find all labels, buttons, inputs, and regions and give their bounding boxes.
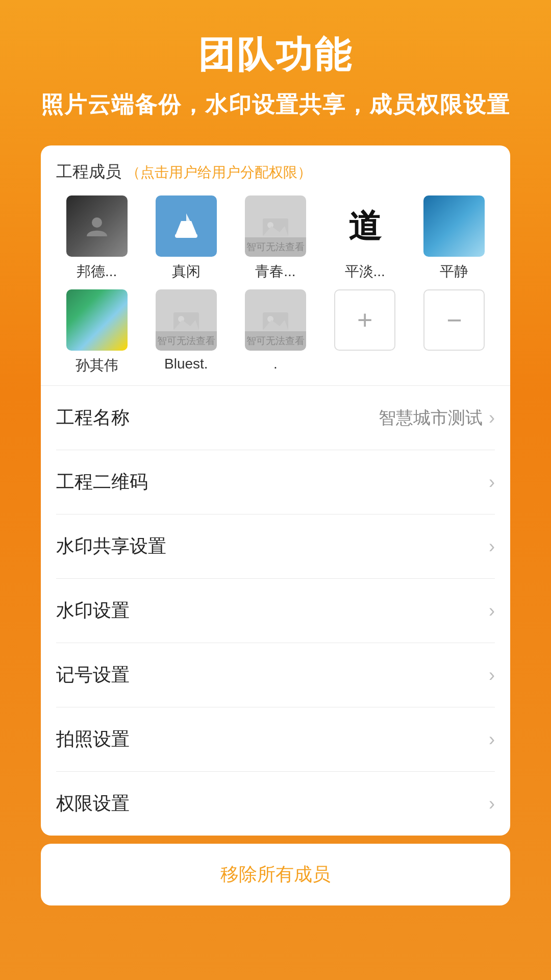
member-avatar: 智可无法查看 (156, 289, 217, 351)
member-name: 青春... (255, 262, 295, 281)
remove-member-button[interactable]: − (414, 289, 495, 375)
menu-item-label: 水印共享设置 (56, 534, 166, 559)
member-item[interactable]: 邦德... (56, 195, 137, 281)
member-item[interactable]: 真闲 (145, 195, 227, 281)
member-avatar: 智可无法查看 (245, 195, 306, 257)
member-item[interactable]: 平静 (414, 195, 495, 281)
svg-rect-3 (175, 234, 197, 238)
member-name: 孙其伟 (76, 356, 118, 375)
member-avatar (66, 289, 128, 351)
minus-icon: − (446, 305, 462, 335)
menu-item-right: › (489, 536, 495, 557)
menu-item-mark-settings[interactable]: 记号设置 › (56, 643, 495, 707)
add-member-icon: + (334, 289, 395, 351)
menu-item-label: 记号设置 (56, 663, 130, 688)
menu-item-right: › (489, 793, 495, 815)
member-item[interactable]: 智可无法查看 . (235, 289, 316, 375)
remove-all-members-button[interactable]: 移除所有成员 (41, 844, 510, 905)
menu-item-right: 智慧城市测试 › (379, 406, 495, 430)
menu-item-right: › (489, 729, 495, 750)
menu-item-project-qrcode[interactable]: 工程二维码 › (56, 450, 495, 514)
menu-item-label: 工程二维码 (56, 470, 148, 495)
member-name: 平淡... (345, 262, 385, 281)
menu-item-label: 工程名称 (56, 405, 130, 430)
remove-member-icon: − (423, 289, 485, 351)
avatar-image (66, 195, 128, 257)
members-section: 工程成员 （点击用户给用户分配权限） 邦德... (41, 145, 510, 386)
menu-item-right: › (489, 472, 495, 493)
no-view-text: 智可无法查看 (246, 335, 305, 346)
menu-item-right: › (489, 600, 495, 622)
main-card: 工程成员 （点击用户给用户分配权限） 邦德... (41, 145, 510, 836)
menu-list: 工程名称 智慧城市测试 › 工程二维码 › 水印共享设置 › 水印设置 › (41, 386, 510, 836)
member-name: . (273, 356, 278, 372)
member-item[interactable]: 智可无法查看 Bluest. (145, 289, 227, 375)
no-view-text: 智可无法查看 (246, 241, 305, 252)
no-view-overlay: 智可无法查看 (245, 331, 306, 351)
chevron-right-icon: › (489, 472, 495, 493)
menu-item-watermark-share[interactable]: 水印共享设置 › (56, 514, 495, 579)
chevron-right-icon: › (489, 729, 495, 750)
chevron-right-icon: › (489, 793, 495, 815)
menu-item-value: 智慧城市测试 (379, 406, 483, 430)
member-item[interactable]: 孙其伟 (56, 289, 137, 375)
no-view-overlay: 智可无法查看 (156, 331, 217, 351)
chevron-right-icon: › (489, 536, 495, 557)
member-avatar: 智可无法查看 (245, 289, 306, 351)
menu-item-permission-settings[interactable]: 权限设置 › (56, 772, 495, 836)
member-avatar (66, 195, 128, 257)
member-name: 平静 (440, 262, 468, 281)
member-avatar (423, 195, 485, 257)
add-member-button[interactable]: + (324, 289, 406, 375)
members-grid: 邦德... 真闲 (56, 195, 495, 375)
remove-all-label: 移除所有成员 (220, 864, 331, 885)
avatar-image: 道 (334, 195, 395, 257)
no-view-overlay: 智可无法查看 (245, 237, 306, 257)
member-item[interactable]: 道 平淡... (324, 195, 406, 281)
member-name: Bluest. (164, 356, 208, 372)
member-name: 邦德... (77, 262, 117, 281)
menu-item-label: 拍照设置 (56, 727, 130, 752)
menu-item-watermark-settings[interactable]: 水印设置 › (56, 579, 495, 643)
menu-item-project-name[interactable]: 工程名称 智慧城市测试 › (56, 386, 495, 450)
plus-icon: + (357, 305, 372, 335)
no-view-text: 智可无法查看 (157, 335, 215, 346)
chevron-right-icon: › (489, 665, 495, 686)
member-name: 真闲 (172, 262, 201, 281)
menu-item-label: 水印设置 (56, 598, 130, 623)
member-avatar (156, 195, 217, 257)
avatar-image (66, 289, 128, 351)
member-avatar: 道 (334, 195, 395, 257)
members-header: 工程成员 （点击用户给用户分配权限） (56, 161, 495, 183)
avatar-image (423, 195, 485, 257)
menu-item-right: › (489, 665, 495, 686)
chevron-right-icon: › (489, 407, 495, 429)
menu-item-label: 权限设置 (56, 791, 130, 816)
menu-item-photo-settings[interactable]: 拍照设置 › (56, 707, 495, 772)
page-subtitle: 照片云端备份，水印设置共享，成员权限设置 (20, 90, 531, 120)
svg-marker-2 (186, 213, 195, 231)
svg-point-0 (92, 217, 102, 228)
members-hint-text: （点击用户给用户分配权限） (126, 164, 312, 180)
chevron-right-icon: › (489, 600, 495, 622)
members-header-label: 工程成员 (56, 162, 121, 181)
member-item[interactable]: 智可无法查看 青春... (235, 195, 316, 281)
boat-icon (156, 195, 217, 257)
page-title: 团队功能 (198, 31, 353, 80)
